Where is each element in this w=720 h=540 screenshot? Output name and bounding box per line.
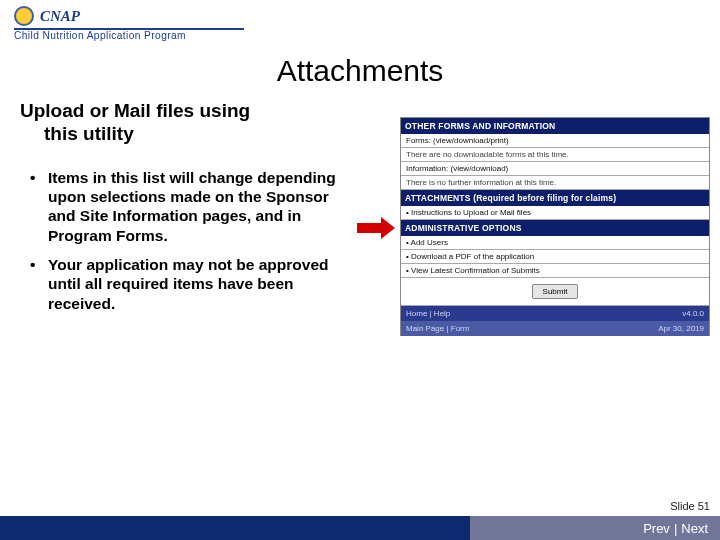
panel-header-other-forms: OTHER FORMS AND INFORMATION [401,118,709,134]
next-button[interactable]: Next [681,521,708,536]
panel-footer-left: Main Page | Form [401,321,555,336]
panel-link-upload-instructions: • Instructions to Upload or Mail files [401,206,709,220]
panel-text: Information: (view/download) [401,162,709,176]
panel-header-admin-options: ADMINISTRATIVE OPTIONS [401,220,709,236]
slide-number: Slide 51 [670,500,710,512]
panel-link-download-pdf: • Download a PDF of the application [401,250,709,264]
panel-header-attachments: ATTACHMENTS (Required before filing for … [401,190,709,206]
subhead-line1: Upload or Mail files using [20,100,250,121]
bullet-list: Items in this list will change depending… [20,168,355,314]
panel-text: There is no further information at this … [401,176,709,190]
bullet-item: Items in this list will change depending… [44,168,355,246]
nav-separator: | [674,521,677,536]
app-logo: CNAP Child Nutrition Application Program [14,6,244,41]
subhead-line2: this utility [20,123,355,146]
bullet-item: Your application may not be approved unt… [44,255,355,313]
panel-text: Forms: (view/download/print) [401,134,709,148]
panel-link-add-users: • Add Users [401,236,709,250]
submit-button: Submit [532,284,579,299]
section-subhead: Upload or Mail files using this utility [20,100,355,146]
footer-bar: Prev | Next [0,516,720,540]
panel-footer-right: v4.0.0 [555,306,709,321]
page-title: Attachments [0,54,720,88]
logo-brand: CNAP [40,8,80,25]
screenshot-panel: OTHER FORMS AND INFORMATION Forms: (view… [400,117,710,336]
callout-arrow-icon [357,217,395,239]
prev-button[interactable]: Prev [643,521,670,536]
logo-icon [14,6,34,26]
panel-link-view-confirmation: • View Latest Confirmation of Submits [401,264,709,278]
panel-text: There are no downloadable forms at this … [401,148,709,162]
panel-footer-left: Home | Help [401,306,555,321]
logo-subtitle: Child Nutrition Application Program [14,30,244,41]
panel-footer-right: Apr 30, 2019 [555,321,709,336]
